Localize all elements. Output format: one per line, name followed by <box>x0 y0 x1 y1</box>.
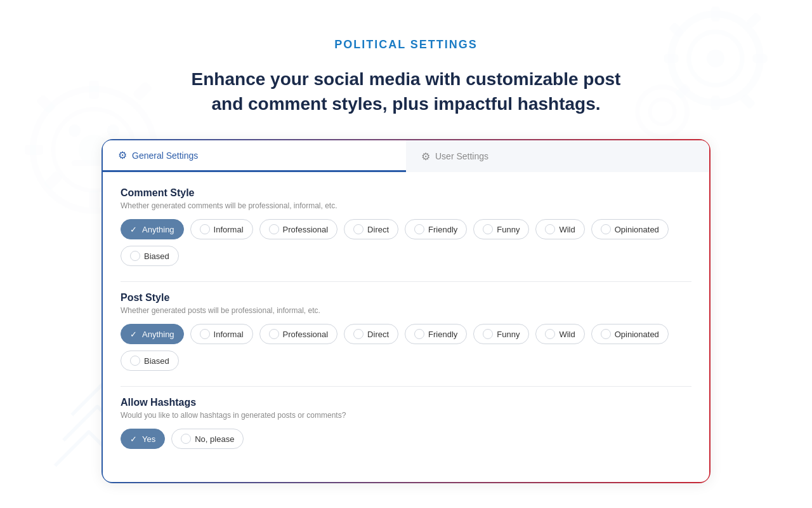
check-icon: ✓ <box>130 225 137 234</box>
comment-style-title: Comment Style <box>121 187 691 199</box>
comment-style-anything[interactable]: ✓ Anything <box>121 219 184 239</box>
gear-icon: ⚙ <box>118 149 127 161</box>
comment-style-opinionated[interactable]: Opinionated <box>591 219 669 239</box>
post-style-opinionated[interactable]: Opinionated <box>591 324 669 344</box>
radio-circle <box>200 329 210 339</box>
comment-style-desc: Whether generated comments will be profe… <box>121 201 691 210</box>
settings-card: ⚙ General Settings ⚙ User Settings Comme… <box>102 139 710 483</box>
radio-circle <box>181 434 191 444</box>
radio-circle <box>483 329 493 339</box>
comment-style-options: ✓ Anything Informal Professional Direct <box>121 219 691 266</box>
allow-hashtags-section: Allow Hashtags Would you like to allow h… <box>121 397 691 449</box>
tab-user[interactable]: ⚙ User Settings <box>406 140 709 172</box>
post-style-title: Post Style <box>121 292 691 304</box>
radio-circle <box>414 224 424 234</box>
divider-2 <box>121 386 691 387</box>
post-style-direct[interactable]: Direct <box>344 324 398 344</box>
comment-style-funny[interactable]: Funny <box>473 219 529 239</box>
page-content: POLITICAL SETTINGS Enhance your social m… <box>0 0 812 483</box>
radio-circle <box>545 329 555 339</box>
page-title: POLITICAL SETTINGS <box>334 38 478 51</box>
gear-icon-user: ⚙ <box>421 150 430 163</box>
radio-circle <box>601 329 611 339</box>
radio-circle <box>200 224 210 234</box>
radio-circle <box>601 224 611 234</box>
post-style-informal[interactable]: Informal <box>190 324 253 344</box>
hashtags-no[interactable]: No, please <box>171 429 244 449</box>
settings-body: Comment Style Whether generated comments… <box>103 172 709 482</box>
post-style-desc: Whether generated posts will be professi… <box>121 306 691 315</box>
allow-hashtags-title: Allow Hashtags <box>121 397 691 408</box>
post-style-friendly[interactable]: Friendly <box>405 324 467 344</box>
post-style-section: Post Style Whether generated posts will … <box>121 292 691 371</box>
tabs-container: ⚙ General Settings ⚙ User Settings <box>103 140 709 172</box>
comment-style-direct[interactable]: Direct <box>344 219 398 239</box>
comment-style-wild[interactable]: Wild <box>535 219 584 239</box>
hashtags-yes[interactable]: ✓ Yes <box>121 429 165 449</box>
radio-circle <box>269 329 279 339</box>
comment-style-friendly[interactable]: Friendly <box>405 219 467 239</box>
post-style-funny[interactable]: Funny <box>473 324 529 344</box>
check-icon: ✓ <box>130 330 137 339</box>
page-subtitle: Enhance your social media with customiza… <box>192 67 621 116</box>
radio-circle <box>414 329 424 339</box>
tab-general[interactable]: ⚙ General Settings <box>103 140 406 172</box>
radio-circle <box>130 356 140 366</box>
allow-hashtags-desc: Would you like to allow hashtags in gene… <box>121 411 691 420</box>
radio-circle <box>545 224 555 234</box>
comment-style-professional[interactable]: Professional <box>259 219 338 239</box>
radio-circle <box>130 251 140 261</box>
radio-circle <box>353 329 363 339</box>
post-style-options: ✓ Anything Informal Professional Direct <box>121 324 691 371</box>
post-style-biased[interactable]: Biased <box>121 351 179 371</box>
radio-circle <box>269 224 279 234</box>
comment-style-biased[interactable]: Biased <box>121 246 179 266</box>
post-style-wild[interactable]: Wild <box>535 324 584 344</box>
radio-circle <box>353 224 363 234</box>
comment-style-informal[interactable]: Informal <box>190 219 253 239</box>
allow-hashtags-options: ✓ Yes No, please <box>121 429 691 449</box>
radio-circle <box>483 224 493 234</box>
check-icon: ✓ <box>130 434 137 444</box>
post-style-anything[interactable]: ✓ Anything <box>121 324 184 344</box>
post-style-professional[interactable]: Professional <box>259 324 338 344</box>
divider-1 <box>121 281 691 282</box>
comment-style-section: Comment Style Whether generated comments… <box>121 187 691 266</box>
